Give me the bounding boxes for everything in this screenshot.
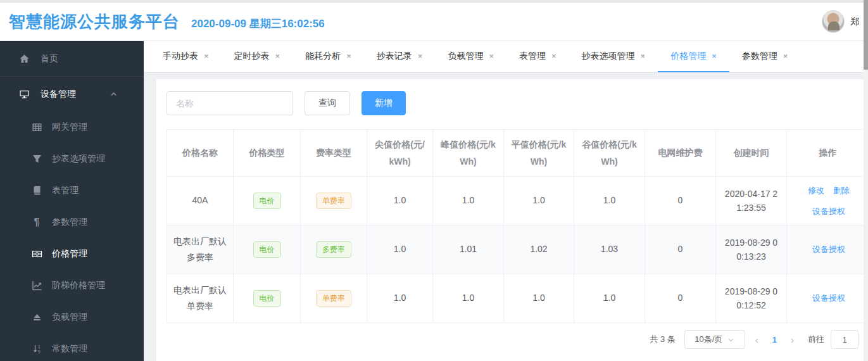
created-time-cell: 2019-08-29 00:13:23 <box>716 225 787 274</box>
page-size-select[interactable]: 10条/页 <box>684 330 745 349</box>
sidebar-item-pilcrow[interactable]: ¶参数管理 <box>0 206 144 238</box>
sidebar-item-chart-line[interactable]: 阶梯价格管理 <box>0 270 144 301</box>
actions-cell: 修改删除设备授权 <box>787 177 868 225</box>
price-name-cell: 40A <box>167 177 234 225</box>
sidebar-item-eject[interactable]: 负载管理 <box>0 301 144 333</box>
scrollbar-thumb[interactable] <box>864 0 868 70</box>
tab-参数管理[interactable]: 参数管理× <box>729 41 801 72</box>
tab-负载管理[interactable]: 负载管理× <box>435 41 506 72</box>
status-tag: 单费率 <box>316 193 351 209</box>
scrollbar-track[interactable] <box>864 0 868 361</box>
page-size-value: 10条/页 <box>695 334 722 345</box>
flat-price-cell: 1.0 <box>504 177 574 225</box>
filter-icon <box>30 154 43 164</box>
sharp-price-cell: 1.0 <box>367 225 433 274</box>
actions-cell: 设备授权 <box>787 274 868 323</box>
close-icon[interactable]: × <box>204 51 209 61</box>
header-user-area[interactable]: 郑 <box>822 10 859 33</box>
sidebar-item-filter[interactable]: 抄表选项管理 <box>0 143 144 175</box>
pagination-total: 共 3 条 <box>650 334 675 345</box>
user-avatar[interactable] <box>822 10 845 33</box>
close-icon[interactable]: × <box>712 51 717 61</box>
sidebar-section-label: 设备管理 <box>41 89 76 100</box>
price-type-cell: 电价 <box>234 225 301 274</box>
tab-表管理[interactable]: 表管理× <box>506 41 569 72</box>
sidebar: 首页 设备管理 网关管理抄表选项管理表管理¶参数管理价格管理阶梯价格管理负载管理… <box>0 41 144 361</box>
table-icon <box>30 122 43 132</box>
sidebar-item-table[interactable]: 网关管理 <box>0 111 144 143</box>
action-link-设备授权[interactable]: 设备授权 <box>812 242 845 256</box>
rate-type-cell: 单费率 <box>301 274 367 323</box>
sidebar-item-sort-numeric[interactable]: 19常数管理 <box>0 333 144 361</box>
tab-手动抄表[interactable]: 手动抄表× <box>150 41 222 72</box>
next-page-button[interactable]: › <box>787 334 798 345</box>
sidebar-item-label: 阶梯价格管理 <box>52 280 105 291</box>
peak-price-cell: 1.0 <box>433 274 504 323</box>
toolbar: 查询 新增 <box>167 91 868 115</box>
sidebar-item-label: 价格管理 <box>52 248 87 260</box>
current-page[interactable]: 1 <box>769 335 781 345</box>
close-icon[interactable]: × <box>275 51 280 61</box>
status-tag: 电价 <box>253 290 281 307</box>
header: 智慧能源公共服务平台 2020-09-09 星期三16:02:56 郑 <box>0 3 868 41</box>
close-icon[interactable]: × <box>641 51 646 61</box>
add-button[interactable]: 新增 <box>362 91 406 115</box>
tab-label: 抄表选项管理 <box>582 51 635 62</box>
search-input[interactable] <box>167 91 293 115</box>
tab-抄表记录[interactable]: 抄表记录× <box>364 41 436 72</box>
eject-icon <box>30 312 43 322</box>
prev-page-button[interactable]: ‹ <box>752 334 762 345</box>
price-table: 价格名称价格类型费率类型尖值价格(元/kWh)峰值价格(元/kWh)平值价格(元… <box>167 129 868 323</box>
sidebar-item-book[interactable]: 表管理 <box>0 175 144 206</box>
home-icon <box>18 54 30 64</box>
sidebar-item-home[interactable]: 首页 <box>0 41 144 77</box>
goto-page-input[interactable] <box>831 330 859 349</box>
close-icon[interactable]: × <box>418 51 423 61</box>
column-header: 操作 <box>787 130 868 177</box>
valley-price-cell: 1.0 <box>574 274 645 323</box>
created-time-cell: 2019-08-29 00:12:52 <box>716 274 787 323</box>
flat-price-cell: 1.0 <box>504 274 574 323</box>
sidebar-item-money[interactable]: 价格管理 <box>0 238 144 270</box>
sidebar-item-label: 参数管理 <box>52 217 87 228</box>
tab-价格管理[interactable]: 价格管理× <box>658 41 729 72</box>
tab-抄表选项管理[interactable]: 抄表选项管理× <box>569 41 658 72</box>
tab-能耗分析[interactable]: 能耗分析× <box>292 41 364 72</box>
action-link-删除[interactable]: 删除 <box>833 183 850 198</box>
status-tag: 单费率 <box>316 290 351 307</box>
grid-maintenance-cell: 0 <box>645 225 716 274</box>
price-name-cell: 电表出厂默认单费率 <box>167 274 234 323</box>
action-link-设备授权[interactable]: 设备授权 <box>812 204 845 218</box>
sidebar-section-device-management[interactable]: 设备管理 <box>0 77 144 111</box>
tab-定时抄表[interactable]: 定时抄表× <box>222 41 293 72</box>
query-button[interactable]: 查询 <box>305 91 350 115</box>
price-type-cell: 电价 <box>234 274 301 323</box>
flat-price-cell: 1.02 <box>504 225 574 274</box>
status-tag: 多费率 <box>316 241 351 258</box>
main-area: 手动抄表×定时抄表×能耗分析×抄表记录×负载管理×表管理×抄表选项管理×价格管理… <box>144 41 868 361</box>
sidebar-item-label: 表管理 <box>52 185 79 196</box>
close-icon[interactable]: × <box>783 51 788 61</box>
tab-label: 负载管理 <box>448 51 483 62</box>
money-icon <box>30 249 43 259</box>
tab-label: 价格管理 <box>670 51 706 62</box>
tab-label: 抄表记录 <box>377 51 412 62</box>
close-icon[interactable]: × <box>346 51 351 61</box>
status-tag: 电价 <box>253 241 281 258</box>
status-tag: 电价 <box>253 193 281 209</box>
close-icon[interactable]: × <box>489 51 494 61</box>
peak-price-cell: 1.0 <box>433 177 504 225</box>
header-datetime: 2020-09-09 星期三16:02:56 <box>191 16 325 31</box>
column-header: 平值价格(元/kWh) <box>504 130 574 177</box>
action-link-设备授权[interactable]: 设备授权 <box>812 291 845 305</box>
content-gutter: 查询 新增 价格名称价格类型费率类型尖值价格(元/kWh)峰值价格(元/kWh)… <box>144 73 868 361</box>
sidebar-item-label: 负载管理 <box>52 312 87 323</box>
close-icon[interactable]: × <box>551 51 557 61</box>
sort-numeric-icon: 19 <box>30 344 43 354</box>
column-header: 创建时间 <box>716 130 787 177</box>
action-link-修改[interactable]: 修改 <box>808 183 824 198</box>
monitor-icon <box>18 89 30 99</box>
sharp-price-cell: 1.0 <box>367 274 433 323</box>
tab-label: 手动抄表 <box>163 51 198 62</box>
rate-type-cell: 单费率 <box>301 177 367 225</box>
